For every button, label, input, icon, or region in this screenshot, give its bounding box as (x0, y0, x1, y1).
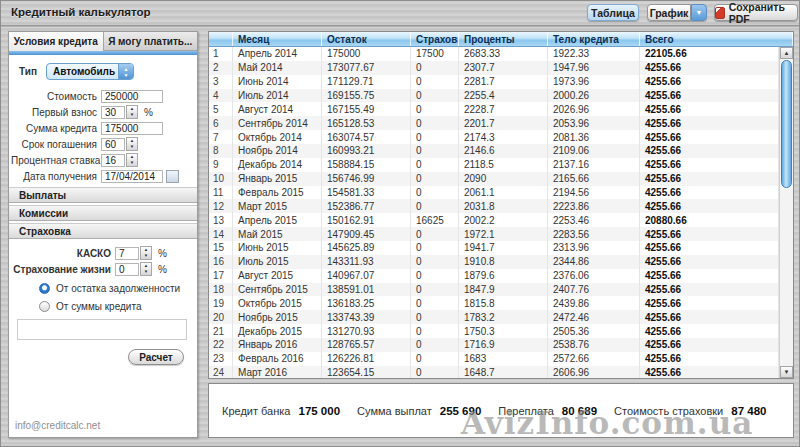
radio-from-amount[interactable]: От суммы кредита (39, 301, 193, 312)
summary-total-payments: Сумма выплат 255 690 (357, 405, 481, 417)
header-principal[interactable]: Тело кредита (548, 32, 640, 46)
table-row[interactable]: 8Ноябрь 2014160993.2102146.62109.064255.… (209, 144, 779, 158)
cell-total: 4255.66 (640, 89, 779, 103)
cell-principal: 1922.33 (548, 47, 640, 61)
scroll-down-icon[interactable]: ▼ (780, 366, 793, 378)
calendar-grid (167, 171, 178, 182)
loan-type-select[interactable]: Автомобиль ▲▼ (46, 63, 134, 80)
table-view-button[interactable]: Таблица (587, 4, 639, 21)
cell-interest: 1972.1 (459, 227, 548, 241)
table-row[interactable]: 16Июль 2015143311.9301910.82344.864255.6… (209, 255, 779, 269)
chart-view-button[interactable]: График (647, 4, 691, 21)
cell-month: Июль 2014 (233, 89, 322, 103)
term-stepper[interactable]: ▲▼ (126, 137, 138, 151)
tab-i-can-pay[interactable]: Я могу платить... (104, 32, 198, 51)
cell-balance: 169155.75 (322, 89, 411, 103)
calculate-button[interactable]: Расчет (128, 349, 184, 365)
loan-type-row: Тип Автомобиль ▲▼ (19, 63, 193, 80)
table-scrollbar[interactable]: ▲ ▼ (779, 47, 793, 378)
table-row[interactable]: 17Август 2015140967.0701879.62376.064255… (209, 269, 779, 283)
table-row[interactable]: 18Сентябрь 2015138591.0101847.92407.7642… (209, 283, 779, 297)
cell-row-number: 6 (209, 116, 233, 130)
table-row[interactable]: 23Февраль 2016126226.81016832572.664255.… (209, 352, 779, 366)
life-insurance-row: Страхование жизни 0 ▲▼ % (11, 262, 193, 276)
table-row[interactable]: 11Февраль 2015154581.3302061.12194.56425… (209, 186, 779, 200)
kasko-input[interactable]: 7 (115, 247, 139, 260)
cell-balance: 156746.99 (322, 172, 411, 186)
life-insurance-input[interactable]: 0 (115, 263, 139, 276)
summary-insurance-cost-value: 87 480 (731, 405, 766, 417)
accordion-payments[interactable]: Выплаты (9, 187, 197, 203)
radio-selected-icon[interactable] (39, 283, 50, 294)
table-row[interactable]: 9Декабрь 2014158884.1502118.52137.164255… (209, 158, 779, 172)
save-pdf-button[interactable]: Сохранить PDF (714, 4, 798, 21)
cell-insurance: 0 (411, 186, 459, 200)
cell-total: 4255.66 (640, 102, 779, 116)
header-insurance[interactable]: Страховка (411, 32, 459, 46)
table-row[interactable]: 14Май 2015147909.4501972.12283.564255.66 (209, 227, 779, 241)
cell-month: Декабрь 2014 (233, 158, 322, 172)
accordion-commissions[interactable]: Комиссии (9, 205, 197, 221)
header-interest[interactable]: Проценты (459, 32, 548, 46)
radio-unselected-icon[interactable] (39, 301, 50, 312)
start-date-label: Дата получения (11, 171, 97, 182)
table-row[interactable]: 6Сентябрь 2014165128.5302201.72053.96425… (209, 116, 779, 130)
cell-principal: 2283.56 (548, 227, 640, 241)
table-row[interactable]: 24Март 2016123654.1501648.72606.964255.6… (209, 366, 779, 378)
table-row[interactable]: 7Октябрь 2014163074.5702174.32081.364255… (209, 130, 779, 144)
table-row[interactable]: 19Октябрь 2015136183.2501815.82439.86425… (209, 296, 779, 310)
table-row[interactable]: 3Июнь 2014171129.7102281.71973.964255.66 (209, 75, 779, 89)
chart-dropdown-button[interactable]: ▼ (691, 4, 707, 21)
down-payment-input[interactable]: 30 (101, 106, 125, 119)
header-balance[interactable]: Остаток (322, 32, 411, 46)
header-total[interactable]: Всего (640, 32, 793, 46)
loan-type-value: Автомобиль (53, 66, 115, 77)
start-date-input[interactable]: 17/04/2014 (101, 170, 163, 183)
cell-month: Июнь 2015 (233, 241, 322, 255)
rate-stepper[interactable]: ▲▼ (126, 153, 138, 167)
down-payment-stepper[interactable]: ▲▼ (126, 105, 138, 119)
table-row[interactable]: 21Декабрь 2015131270.9301750.32505.36425… (209, 324, 779, 338)
cell-row-number: 23 (209, 352, 233, 366)
kasko-stepper[interactable]: ▲▼ (140, 246, 152, 260)
header-month[interactable]: Месяц (233, 32, 322, 46)
cell-total: 4255.66 (640, 116, 779, 130)
accordion-insurance[interactable]: Страховка (9, 223, 197, 239)
scrollbar-thumb[interactable] (781, 60, 792, 188)
cell-insurance: 0 (411, 89, 459, 103)
table-body: 1Апрель 2014175000175002683.331922.33221… (209, 47, 779, 378)
cell-month: Июль 2015 (233, 255, 322, 269)
cost-input[interactable]: 250000 (101, 90, 163, 103)
radio-from-balance[interactable]: От остатка задолженности (39, 283, 193, 294)
table-row[interactable]: 20Ноябрь 2015133743.3901783.22472.464255… (209, 310, 779, 324)
panel-spacer (9, 365, 197, 420)
cell-row-number: 7 (209, 130, 233, 144)
table-row[interactable]: 22Январь 2016128765.5701716.92538.764255… (209, 338, 779, 352)
table-row[interactable]: 12Март 2015152386.7702031.82223.864255.6… (209, 199, 779, 213)
cell-principal: 2538.76 (548, 338, 640, 352)
term-input[interactable]: 60 (101, 138, 125, 151)
loan-amount-input[interactable]: 175000 (101, 122, 163, 135)
tab-loan-conditions[interactable]: Условия кредита (9, 32, 104, 51)
rate-input[interactable]: 16 (101, 154, 125, 167)
cell-interest: 1941.7 (459, 241, 548, 255)
table-row[interactable]: 5Август 2014167155.4902228.72026.964255.… (209, 102, 779, 116)
cell-principal: 2439.86 (548, 296, 640, 310)
rate-label: Процентная ставка (11, 155, 97, 166)
cell-interest: 2090 (459, 172, 548, 186)
cell-row-number: 15 (209, 241, 233, 255)
life-insurance-stepper[interactable]: ▲▼ (140, 262, 152, 276)
percent-suffix: % (144, 107, 153, 118)
table-row[interactable]: 10Январь 2015156746.99020902165.664255.6… (209, 172, 779, 186)
cell-total: 4255.66 (640, 366, 779, 378)
table-row[interactable]: 13Апрель 2015150162.91166252002.22253.46… (209, 213, 779, 227)
cell-insurance: 0 (411, 199, 459, 213)
table-row[interactable]: 4Июль 2014169155.7502255.42000.264255.66 (209, 89, 779, 103)
calendar-icon[interactable] (166, 170, 179, 183)
table-row[interactable]: 2Май 2014173077.6702307.71947.964255.66 (209, 61, 779, 75)
select-arrows-icon[interactable]: ▲▼ (118, 64, 133, 79)
cell-month: Апрель 2014 (233, 47, 322, 61)
table-row[interactable]: 15Июнь 2015145625.8901941.72313.964255.6… (209, 241, 779, 255)
scroll-up-icon[interactable]: ▲ (780, 47, 793, 59)
table-row[interactable]: 1Апрель 2014175000175002683.331922.33221… (209, 47, 779, 61)
